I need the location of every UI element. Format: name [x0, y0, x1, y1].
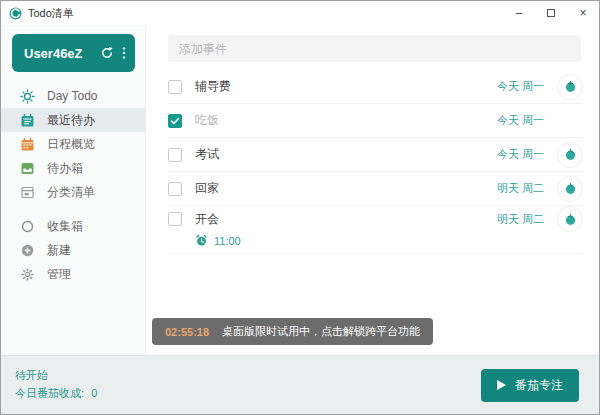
harvest-label: 今日番茄收成:: [15, 387, 84, 399]
tomato-timer-button[interactable]: [557, 142, 583, 168]
harvest-line: 今日番茄收成: 0: [15, 385, 97, 403]
todo-title: 开会: [195, 211, 219, 228]
sidebar-item-label: 最近待办: [47, 112, 95, 129]
sidebar-item-todo-box[interactable]: 待办箱: [1, 156, 145, 180]
app-window: Todo清单 – × User46eZ: [0, 0, 600, 415]
title-bar: Todo清单 – ×: [1, 1, 599, 25]
maximize-icon: [547, 9, 555, 17]
todo-title: 回家: [195, 180, 219, 197]
todo-checkbox[interactable]: [168, 80, 182, 94]
status-text: 待开始: [15, 367, 97, 385]
todo-title: 辅导费: [195, 78, 231, 95]
todo-title: 吃饭: [195, 112, 219, 129]
window-controls: – ×: [503, 1, 599, 25]
sidebar-item-label: 收集箱: [47, 218, 83, 235]
main-panel: 辅导费 今天 周一 吃饭 今天 周一: [146, 25, 599, 355]
sidebar-item-label: Day Todo: [47, 89, 97, 103]
todo-list: 辅导费 今天 周一 吃饭 今天 周一: [146, 70, 599, 254]
sidebar-item-label: 管理: [47, 266, 71, 283]
add-event-input[interactable]: [168, 35, 581, 62]
focus-button-label: 番茄专注: [515, 377, 563, 394]
user-menu-icon[interactable]: [122, 46, 126, 60]
todo-checkbox-checked[interactable]: [168, 114, 182, 128]
close-button[interactable]: ×: [567, 1, 599, 25]
sun-icon: [20, 89, 35, 104]
maximize-button[interactable]: [535, 1, 567, 25]
alarm-time: 11:00: [214, 235, 241, 247]
inbox-green-icon: [20, 161, 35, 176]
todo-checkbox[interactable]: [168, 182, 182, 196]
window-body: User46eZ Day Todo: [1, 25, 599, 355]
user-name: User46eZ: [24, 46, 92, 61]
gear-icon: [20, 267, 35, 282]
calendar-orange-icon: [20, 137, 35, 152]
todo-row: 回家 明天 周二: [168, 172, 583, 206]
todo-row: 辅导费 今天 周一: [168, 70, 583, 104]
tomato-timer-button[interactable]: [557, 74, 583, 100]
tomato-timer-button[interactable]: [557, 206, 583, 232]
todo-row: 开会 明天 周二 11:00: [168, 206, 583, 254]
app-logo-icon: [9, 7, 22, 20]
todo-row: 吃饭 今天 周一: [168, 104, 583, 138]
sidebar-item-label: 待办箱: [47, 160, 83, 177]
nav-divider-gap: [1, 204, 145, 214]
todo-checkbox[interactable]: [168, 148, 182, 162]
sidebar-item-recent-todos[interactable]: 最近待办: [1, 108, 145, 132]
minimize-button[interactable]: –: [503, 1, 535, 25]
todo-date: 今天 周一: [497, 113, 544, 128]
sidebar-item-label: 新建: [47, 242, 71, 259]
sidebar-item-manage[interactable]: 管理: [1, 262, 145, 286]
sidebar-item-new[interactable]: 新建: [1, 238, 145, 262]
trial-toast[interactable]: 02:55:18 桌面版限时试用中，点击解锁跨平台功能: [152, 318, 433, 345]
sidebar-nav: Day Todo 最近待办 日程概览: [1, 84, 145, 286]
trial-message: 桌面版限时试用中，点击解锁跨平台功能: [222, 324, 420, 339]
circle-icon: [20, 219, 35, 234]
todo-date: 明天 周二: [497, 181, 544, 196]
todo-checkbox[interactable]: [168, 212, 182, 226]
sidebar-item-category-lists[interactable]: 分类清单: [1, 180, 145, 204]
sync-icon[interactable]: [100, 46, 114, 60]
play-icon: [497, 380, 506, 390]
calendar-teal-icon: [20, 113, 35, 128]
sidebar-item-schedule-overview[interactable]: 日程概览: [1, 132, 145, 156]
add-event-bar: [146, 25, 599, 70]
todo-date: 今天 周一: [497, 79, 544, 94]
sidebar-item-label: 分类清单: [47, 184, 95, 201]
footer-bar: 待开始 今日番茄收成: 0 番茄专注: [1, 355, 599, 414]
todo-alarm: 11:00: [168, 234, 583, 247]
todo-date: 明天 周二: [497, 212, 544, 227]
alarm-clock-icon: [195, 234, 208, 247]
sidebar: User46eZ Day Todo: [1, 25, 146, 355]
sidebar-item-collection-box[interactable]: 收集箱: [1, 214, 145, 238]
footer-status-block: 待开始 今日番茄收成: 0: [15, 367, 97, 402]
todo-date: 今天 周一: [497, 147, 544, 162]
user-card[interactable]: User46eZ: [12, 34, 135, 72]
window-title: Todo清单: [28, 6, 503, 21]
plus-circle-icon: [20, 243, 35, 258]
todo-title: 考试: [195, 146, 219, 163]
category-list-icon: [20, 185, 35, 200]
harvest-count: 0: [91, 387, 97, 399]
sidebar-item-label: 日程概览: [47, 136, 95, 153]
tomato-timer-button[interactable]: [557, 176, 583, 202]
todo-row: 考试 今天 周一: [168, 138, 583, 172]
pomodoro-focus-button[interactable]: 番茄专注: [481, 369, 579, 402]
sidebar-item-day-todo[interactable]: Day Todo: [1, 84, 145, 108]
trial-countdown: 02:55:18: [165, 326, 209, 338]
